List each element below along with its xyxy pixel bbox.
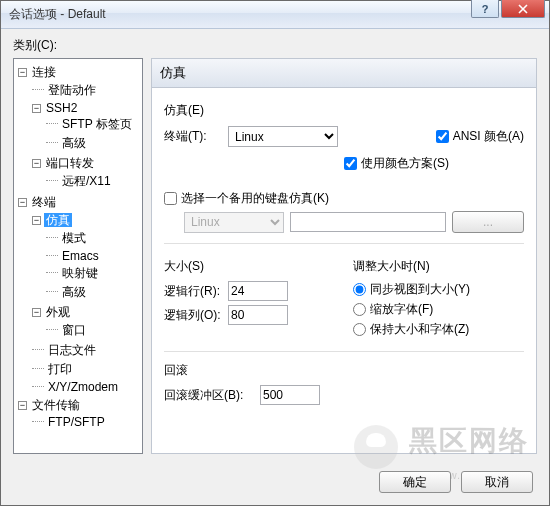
resize-keep-radio[interactable] — [353, 323, 366, 336]
layout: −连接 登陆动作 −SSH2 SFTP 标签页 高级 −端口转发 — [13, 58, 537, 454]
alt-keyboard-checkbox[interactable] — [164, 192, 177, 205]
tree-advanced[interactable]: 高级 — [60, 285, 88, 299]
tree-emacs[interactable]: Emacs — [60, 249, 101, 263]
help-button[interactable]: ? — [471, 0, 499, 18]
tree-advanced[interactable]: 高级 — [60, 136, 88, 150]
tree-filetrans[interactable]: 文件传输 — [30, 398, 82, 412]
ansi-color-option[interactable]: ANSI 颜色(A) — [436, 128, 524, 145]
window-buttons: ? — [471, 0, 545, 18]
tree-mode[interactable]: 模式 — [60, 231, 88, 245]
tree-portfwd[interactable]: 端口转发 — [44, 156, 96, 170]
terminal-label: 终端(T): — [164, 128, 222, 145]
scrollback-input[interactable] — [260, 385, 320, 405]
resize-scale-radio[interactable] — [353, 303, 366, 316]
cols-input[interactable] — [228, 305, 288, 325]
resize-sync-radio[interactable] — [353, 283, 366, 296]
ansi-color-label: ANSI 颜色(A) — [453, 128, 524, 145]
tree-mapkey[interactable]: 映射键 — [60, 266, 100, 280]
scrollback-label: 回滚缓冲区(B): — [164, 387, 254, 404]
browse-button: ... — [452, 211, 524, 233]
expand-icon[interactable]: − — [32, 308, 41, 317]
titlebar: 会话选项 - Default ? — [1, 1, 549, 29]
dialog-window: 会话选项 - Default ? 类别(C): −连接 登陆动作 −SSH2 — [0, 0, 550, 506]
panel-header: 仿真 — [152, 59, 536, 88]
keyboard-path-input — [290, 212, 446, 232]
scrollback-group-label: 回滚 — [164, 362, 524, 379]
category-label: 类别(C): — [13, 37, 537, 54]
expand-icon[interactable]: − — [18, 401, 27, 410]
alt-keyboard-option[interactable]: 选择一个备用的键盘仿真(K) — [164, 190, 524, 207]
tree-terminal[interactable]: 终端 — [30, 195, 58, 209]
expand-icon[interactable]: − — [32, 216, 41, 225]
tree-logfile[interactable]: 日志文件 — [46, 343, 98, 357]
resize-sync-option[interactable]: 同步视图到大小(Y) — [353, 281, 524, 298]
tree-print[interactable]: 打印 — [46, 362, 74, 376]
expand-icon[interactable]: − — [32, 104, 41, 113]
use-color-scheme-option[interactable]: 使用颜色方案(S) — [344, 155, 449, 172]
tree-remote-x11[interactable]: 远程/X11 — [60, 174, 113, 188]
settings-panel: 仿真 仿真(E) 终端(T): Linux ANSI 颜色(A) — [151, 58, 537, 454]
tree-xyz[interactable]: X/Y/Zmodem — [46, 380, 120, 394]
expand-icon[interactable]: − — [18, 198, 27, 207]
alt-keyboard-label: 选择一个备用的键盘仿真(K) — [181, 190, 329, 207]
cols-label: 逻辑列(O): — [164, 307, 222, 324]
tree-ssh2[interactable]: SSH2 — [44, 101, 79, 115]
category-tree[interactable]: −连接 登陆动作 −SSH2 SFTP 标签页 高级 −端口转发 — [13, 58, 143, 454]
rows-label: 逻辑行(R): — [164, 283, 222, 300]
dialog-footer: 确定 取消 — [379, 471, 533, 493]
terminal-select[interactable]: Linux — [228, 126, 338, 147]
tree-sftp-tab[interactable]: SFTP 标签页 — [60, 117, 134, 131]
tree-appearance[interactable]: 外观 — [44, 305, 72, 319]
tree-ftpsftp[interactable]: FTP/SFTP — [46, 415, 107, 429]
tree-connection[interactable]: 连接 — [30, 65, 58, 79]
resize-scale-option[interactable]: 缩放字体(F) — [353, 301, 524, 318]
use-color-scheme-checkbox[interactable] — [344, 157, 357, 170]
tree-login[interactable]: 登陆动作 — [46, 83, 98, 97]
use-color-scheme-label: 使用颜色方案(S) — [361, 155, 449, 172]
close-icon — [518, 4, 528, 14]
tree-emulation[interactable]: 仿真 — [44, 213, 72, 227]
rows-input[interactable] — [228, 281, 288, 301]
ansi-color-checkbox[interactable] — [436, 130, 449, 143]
emulation-group-label: 仿真(E) — [164, 102, 524, 119]
expand-icon[interactable]: − — [18, 68, 27, 77]
tree-window[interactable]: 窗口 — [60, 323, 88, 337]
window-title: 会话选项 - Default — [9, 6, 545, 23]
expand-icon[interactable]: − — [32, 159, 41, 168]
ok-button[interactable]: 确定 — [379, 471, 451, 493]
cancel-button[interactable]: 取消 — [461, 471, 533, 493]
close-button[interactable] — [501, 0, 545, 18]
resize-keep-option[interactable]: 保持大小和字体(Z) — [353, 321, 524, 338]
size-group-label: 大小(S) — [164, 258, 335, 275]
resize-group-label: 调整大小时(N) — [353, 258, 524, 275]
keyboard-select: Linux — [184, 212, 284, 233]
content-area: 类别(C): −连接 登陆动作 −SSH2 SFTP 标签页 高级 — [1, 29, 549, 505]
panel-body: 仿真(E) 终端(T): Linux ANSI 颜色(A) — [152, 88, 536, 453]
